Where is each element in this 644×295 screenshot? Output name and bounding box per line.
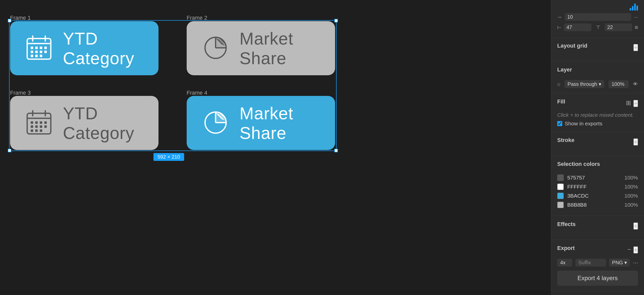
svg-rect-33 bbox=[44, 125, 47, 128]
frame3-label: Frame 3 bbox=[10, 90, 31, 96]
show-in-exports-row: Show in exports bbox=[557, 121, 638, 127]
width-input[interactable]: 47 bbox=[567, 24, 582, 30]
svg-rect-10 bbox=[40, 51, 42, 53]
frame4-card[interactable]: Market Share bbox=[187, 96, 335, 150]
selection-colors-section: Selection colors 575757 100% FFFFFF 100%… bbox=[551, 156, 644, 216]
svg-rect-7 bbox=[44, 47, 47, 49]
calendar-icon-1 bbox=[25, 34, 53, 63]
height-input[interactable]: 22 bbox=[607, 24, 622, 30]
color-swatch-1[interactable] bbox=[557, 183, 564, 190]
blend-mode-dropdown[interactable]: Pass through ▾ bbox=[565, 80, 604, 88]
h-spacing-icon: ↔ bbox=[557, 14, 562, 20]
export-suffix-placeholder: Suffix bbox=[578, 260, 591, 265]
export-scale-field[interactable]: 4x bbox=[557, 259, 572, 267]
svg-rect-32 bbox=[40, 125, 42, 128]
effects-section: Effects + bbox=[551, 216, 644, 240]
bar-chart-icon bbox=[630, 4, 638, 11]
blend-chevron-icon: ▾ bbox=[599, 81, 601, 87]
color-hex-0: 575757 bbox=[567, 175, 621, 181]
effects-title: Effects bbox=[557, 221, 576, 228]
frame3-title: YTD Category bbox=[63, 103, 143, 143]
svg-rect-4 bbox=[31, 47, 33, 49]
pie-icon-4 bbox=[202, 109, 229, 137]
svg-rect-8 bbox=[31, 51, 33, 53]
svg-rect-14 bbox=[40, 55, 42, 57]
frame1-card[interactable]: YTD Category bbox=[10, 21, 158, 75]
export-format-dropdown[interactable]: PNG ▾ bbox=[609, 259, 630, 267]
color-row-1: FFFFFF 100% bbox=[557, 183, 638, 190]
frame1-label: Frame 1 bbox=[10, 15, 31, 21]
layer-section: Layer ◇ Pass through ▾ 100% 👁 bbox=[551, 61, 644, 93]
export-more-icon[interactable]: ··· bbox=[633, 259, 638, 266]
export-layers-button[interactable]: Export 4 layers bbox=[557, 271, 638, 286]
opacity-field[interactable]: 100% bbox=[609, 80, 629, 88]
color-hex-2: 3BACDC bbox=[567, 193, 621, 199]
canvas: Frame 1 Frame 2 Frame 3 Frame 4 bbox=[0, 0, 551, 295]
color-row-2: 3BACDC 100% bbox=[557, 193, 638, 199]
height-field[interactable]: 22 bbox=[605, 23, 632, 31]
svg-rect-5 bbox=[35, 47, 38, 49]
fill-section: Fill ⊞ + Click + to replace mixed conten… bbox=[551, 93, 644, 132]
spacing-h-field[interactable]: 10 bbox=[565, 13, 631, 21]
fill-mixed-text: Click + to replace mixed content. bbox=[557, 112, 638, 118]
frame2-title: Market Share bbox=[239, 29, 320, 68]
fill-grid-icon[interactable]: ⊞ bbox=[626, 100, 631, 107]
color-swatch-0[interactable] bbox=[557, 174, 564, 181]
fill-add-button[interactable]: + bbox=[633, 100, 638, 107]
export-section: Export − + 4x Suffix PNG ▾ ··· Export 4 … bbox=[551, 240, 644, 291]
format-chevron-icon: ▾ bbox=[624, 260, 627, 265]
export-minus-icon[interactable]: − bbox=[627, 246, 631, 253]
visibility-icon[interactable]: 👁 bbox=[633, 81, 638, 87]
frame2-card[interactable]: Market Share bbox=[187, 21, 335, 75]
layer-title: Layer bbox=[557, 66, 572, 73]
show-in-exports-label: Show in exports bbox=[565, 121, 602, 127]
layout-grid-add-button[interactable]: + bbox=[633, 44, 638, 51]
fill-title: Fill bbox=[557, 98, 565, 105]
svg-rect-31 bbox=[35, 125, 38, 128]
spacing-row-1: ↔ 10 ··· bbox=[557, 13, 638, 21]
handle-tr[interactable] bbox=[334, 19, 338, 22]
export-format-value: PNG bbox=[612, 260, 623, 265]
dot-icon: ··· bbox=[634, 14, 638, 20]
color-swatch-3[interactable] bbox=[557, 202, 564, 208]
right-panel: ↔ 10 ··· ⊢ 47 ⊤ 22 ⊞ Layout grid + L bbox=[551, 0, 644, 295]
frame1-title: YTD Category bbox=[63, 29, 143, 68]
w-icon: ⊢ bbox=[557, 24, 561, 30]
frame4-title: Market Share bbox=[239, 103, 320, 143]
width-field[interactable]: 47 bbox=[564, 23, 591, 31]
svg-rect-26 bbox=[31, 121, 33, 124]
color-opacity-0: 100% bbox=[624, 175, 638, 181]
export-scale-value: 4x bbox=[560, 260, 566, 265]
dimensions-section: ↔ 10 ··· ⊢ 47 ⊤ 22 ⊞ bbox=[551, 0, 644, 38]
export-settings-row: 4x Suffix PNG ▾ ··· bbox=[557, 259, 638, 267]
handle-bl[interactable] bbox=[8, 149, 11, 152]
export-add-button[interactable]: + bbox=[633, 246, 638, 253]
svg-rect-13 bbox=[35, 55, 38, 57]
pie-icon-2 bbox=[202, 34, 229, 63]
layout-grid-section: Layout grid + bbox=[551, 38, 644, 61]
svg-rect-34 bbox=[31, 129, 33, 132]
effects-add-button[interactable]: + bbox=[633, 223, 638, 230]
svg-rect-36 bbox=[40, 129, 42, 132]
frame4-label: Frame 4 bbox=[187, 90, 207, 96]
svg-rect-28 bbox=[40, 121, 42, 124]
export-suffix-field[interactable]: Suffix bbox=[575, 259, 606, 267]
show-in-exports-checkbox[interactable] bbox=[557, 121, 562, 126]
color-opacity-3: 100% bbox=[624, 202, 638, 208]
spacing-h-input[interactable]: 10 bbox=[567, 14, 582, 20]
color-hex-1: FFFFFF bbox=[567, 184, 621, 190]
color-hex-3: B8B8B8 bbox=[567, 202, 621, 208]
color-swatch-2[interactable] bbox=[557, 193, 564, 199]
stroke-add-button[interactable]: + bbox=[633, 138, 638, 145]
frame2-label: Frame 2 bbox=[187, 15, 207, 21]
layout-grid-title: Layout grid bbox=[557, 43, 587, 49]
frame3-card[interactable]: YTD Category bbox=[10, 96, 158, 150]
svg-rect-12 bbox=[31, 55, 33, 57]
svg-rect-29 bbox=[44, 121, 47, 124]
svg-rect-35 bbox=[35, 129, 38, 132]
stroke-section: Stroke + bbox=[551, 132, 644, 156]
color-row-3: B8B8B8 100% bbox=[557, 202, 638, 208]
handle-br[interactable] bbox=[334, 149, 338, 152]
resize-icon[interactable]: ⊞ bbox=[635, 25, 638, 30]
color-opacity-1: 100% bbox=[624, 184, 638, 190]
